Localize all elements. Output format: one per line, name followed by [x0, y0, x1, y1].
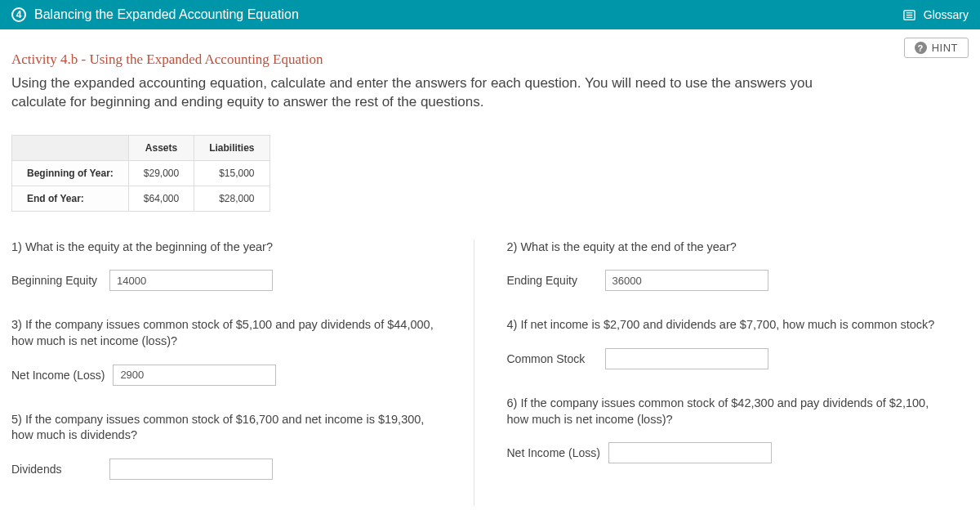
cell-value: $29,000 — [128, 160, 194, 186]
net-income-loss-input-q3[interactable] — [113, 365, 276, 386]
beginning-equity-input[interactable] — [109, 270, 273, 291]
answer-label: Net Income (Loss) — [507, 446, 600, 459]
data-table: Assets Liabilities Beginning of Year: $2… — [11, 135, 270, 212]
question-text: 1) What is the equity at the beginning o… — [11, 239, 449, 256]
glossary-icon — [903, 9, 915, 21]
page-title: Balancing the Expanded Accounting Equati… — [34, 7, 903, 22]
question-text: 3) If the company issues common stock of… — [11, 317, 449, 349]
col-liabilities-header: Liabilities — [194, 135, 270, 160]
table-corner — [12, 135, 129, 160]
step-badge: 4 — [11, 7, 26, 22]
ending-equity-input[interactable] — [605, 270, 768, 291]
cell-value: $28,000 — [194, 186, 270, 211]
page-header: 4 Balancing the Expanded Accounting Equa… — [0, 0, 980, 29]
answer-label: Beginning Equity — [11, 274, 101, 287]
question-3: 3) If the company issues common stock of… — [11, 317, 449, 385]
question-5: 5) If the company issues common stock of… — [11, 412, 449, 480]
question-2: 2) What is the equity at the end of the … — [507, 239, 945, 292]
activity-instructions: Using the expanded accounting equation, … — [11, 74, 844, 112]
answer-label: Common Stock — [507, 352, 597, 365]
question-6: 6) If the company issues common stock of… — [507, 396, 945, 463]
common-stock-input[interactable] — [605, 348, 768, 369]
answer-label: Net Income (Loss) — [11, 369, 105, 382]
cell-value: $15,000 — [194, 160, 270, 186]
col-assets-header: Assets — [128, 135, 194, 160]
answer-label: Dividends — [11, 463, 101, 476]
glossary-link[interactable]: Glossary — [903, 8, 969, 21]
question-text: 2) What is the equity at the end of the … — [507, 239, 945, 256]
question-text: 6) If the company issues common stock of… — [507, 396, 945, 427]
questions-grid: 1) What is the equity at the beginning o… — [11, 239, 969, 506]
dividends-input[interactable] — [109, 459, 273, 480]
question-icon: ? — [915, 42, 927, 54]
table-row: End of Year: $64,000 $28,000 — [12, 186, 270, 211]
net-income-loss-input-q6[interactable] — [608, 442, 772, 463]
hint-button[interactable]: ? HINT — [904, 38, 969, 58]
row-label: Beginning of Year: — [12, 160, 129, 186]
question-text: 5) If the company issues common stock of… — [11, 412, 449, 444]
row-label: End of Year: — [12, 186, 129, 211]
table-row: Beginning of Year: $29,000 $15,000 — [12, 160, 270, 186]
hint-label: HINT — [932, 42, 958, 54]
glossary-label: Glossary — [924, 8, 969, 21]
cell-value: $64,000 — [128, 186, 194, 211]
answer-label: Ending Equity — [507, 274, 597, 287]
question-4: 4) If net income is $2,700 and dividends… — [507, 317, 945, 369]
question-text: 4) If net income is $2,700 and dividends… — [507, 317, 945, 333]
question-1: 1) What is the equity at the beginning o… — [11, 239, 449, 292]
activity-title: Activity 4.b - Using the Expanded Accoun… — [11, 51, 969, 68]
